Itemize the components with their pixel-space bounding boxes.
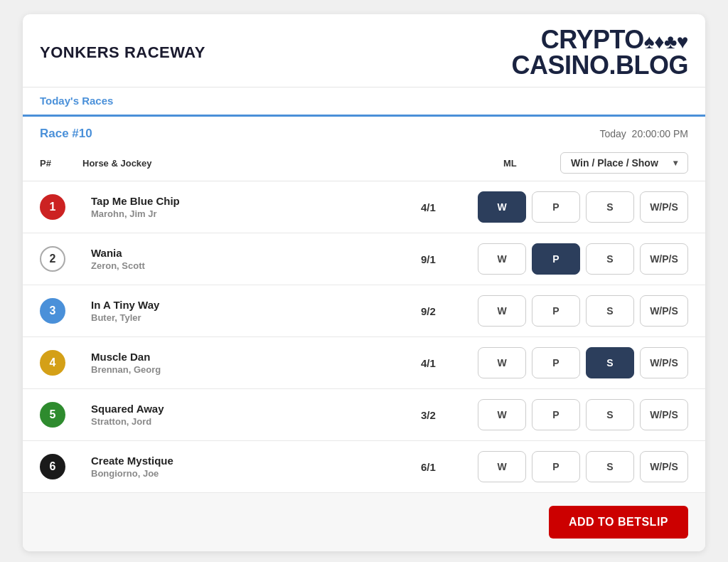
chevron-down-icon: ▾	[673, 158, 678, 168]
bet-type-dropdown[interactable]: Win / Place / Show ▾	[560, 152, 688, 174]
bet-wps-button[interactable]: W/P/S	[640, 295, 688, 327]
table-header: P# Horse & Jockey ML Win / Place / Show …	[23, 147, 705, 181]
header: YONKERS RACEWAY CRYPTO♠♦♣♥ CASINO.BLOG	[23, 14, 705, 88]
col-header-pnum: P#	[40, 158, 82, 169]
race-time: Today 20:00:00 PM	[599, 128, 688, 139]
bet-wps-button[interactable]: W/P/S	[640, 451, 688, 482]
bet-win-button[interactable]: W	[478, 347, 526, 378]
ml-value: 4/1	[421, 357, 478, 369]
logo-area: CRYPTO♠♦♣♥ CASINO.BLOG	[511, 27, 688, 78]
logo-line2: CASINO.BLOG	[511, 53, 688, 78]
bet-show-button[interactable]: S	[586, 347, 634, 378]
bet-wps-button[interactable]: W/P/S	[640, 399, 688, 430]
bet-place-button[interactable]: P	[532, 295, 580, 327]
post-number-cell: 1	[40, 194, 82, 220]
horse-info: Create Mystique Bongiorno, Joe	[82, 455, 421, 479]
bet-buttons-group: W P S W/P/S	[478, 451, 688, 482]
jockey-name: Bongiorno, Joe	[91, 468, 421, 479]
bet-win-button[interactable]: W	[478, 191, 526, 223]
col-bets: Win / Place / Show ▾	[560, 152, 688, 174]
bet-buttons-group: W P S W/P/S	[478, 347, 688, 378]
jockey-name: Marohn, Jim Jr	[91, 208, 421, 219]
post-badge: 6	[40, 454, 65, 479]
ml-value: 3/2	[421, 409, 478, 421]
col-header-horse: Horse & Jockey	[82, 158, 503, 169]
horse-info: In A Tiny Way Buter, Tyler	[82, 299, 421, 323]
horse-name: Squared Away	[91, 403, 421, 415]
logo-suits: ♠♦♣♥	[644, 31, 688, 53]
bet-buttons-group: W P S W/P/S	[478, 295, 688, 327]
add-betslip-button[interactable]: ADD TO BETSLIP	[549, 506, 688, 539]
jockey-name: Buter, Tyler	[91, 312, 421, 323]
table-row: 4 Muscle Dan Brennan, Georg 4/1 W P S W/…	[23, 337, 705, 389]
col-header-ml: ML	[503, 158, 560, 169]
jockey-name: Zeron, Scott	[91, 260, 421, 271]
post-badge: 2	[40, 246, 65, 272]
post-badge: 3	[40, 298, 65, 324]
post-number-cell: 6	[40, 454, 82, 479]
bet-show-button[interactable]: S	[586, 399, 634, 430]
ml-value: 4/1	[421, 201, 478, 213]
table-row: 6 Create Mystique Bongiorno, Joe 6/1 W P…	[23, 441, 705, 493]
bet-show-button[interactable]: S	[586, 191, 634, 223]
horse-name: Create Mystique	[91, 455, 421, 467]
table-row: 1 Tap Me Blue Chip Marohn, Jim Jr 4/1 W …	[23, 181, 705, 233]
bet-wps-button[interactable]: W/P/S	[640, 347, 688, 378]
horse-name: Tap Me Blue Chip	[91, 195, 421, 207]
footer-row: ADD TO BETSLIP	[23, 493, 705, 551]
today-races-link[interactable]: Today's Races	[40, 95, 113, 107]
bet-place-button[interactable]: P	[532, 243, 580, 275]
bet-place-button[interactable]: P	[532, 399, 580, 430]
bet-place-button[interactable]: P	[532, 451, 580, 482]
table-row: 3 In A Tiny Way Buter, Tyler 9/2 W P S W…	[23, 285, 705, 337]
post-number-cell: 4	[40, 350, 82, 376]
horse-info: Wania Zeron, Scott	[82, 247, 421, 271]
bet-type-label: Win / Place / Show	[571, 157, 658, 169]
main-card: YONKERS RACEWAY CRYPTO♠♦♣♥ CASINO.BLOG T…	[23, 14, 705, 551]
bet-wps-button[interactable]: W/P/S	[640, 243, 688, 275]
bet-place-button[interactable]: P	[532, 191, 580, 223]
horse-name: Muscle Dan	[91, 351, 421, 363]
table-row: 5 Squared Away Stratton, Jord 3/2 W P S …	[23, 389, 705, 441]
ml-value: 9/2	[421, 305, 478, 317]
horse-info: Tap Me Blue Chip Marohn, Jim Jr	[82, 195, 421, 219]
logo-line1: CRYPTO	[541, 25, 644, 54]
bet-win-button[interactable]: W	[478, 451, 526, 482]
bet-buttons-group: W P S W/P/S	[478, 399, 688, 430]
jockey-name: Stratton, Jord	[91, 416, 421, 427]
bet-buttons-group: W P S W/P/S	[478, 191, 688, 223]
post-number-cell: 3	[40, 298, 82, 324]
bet-place-button[interactable]: P	[532, 347, 580, 378]
horse-name: Wania	[91, 247, 421, 259]
race-date: Today	[599, 128, 626, 139]
bet-win-button[interactable]: W	[478, 295, 526, 327]
jockey-name: Brennan, Georg	[91, 364, 421, 375]
bet-buttons-group: W P S W/P/S	[478, 243, 688, 275]
bet-show-button[interactable]: S	[586, 451, 634, 482]
bet-show-button[interactable]: S	[586, 243, 634, 275]
ml-value: 6/1	[421, 461, 478, 473]
bet-win-button[interactable]: W	[478, 243, 526, 275]
nav-bar: Today's Races	[23, 88, 705, 117]
table-row: 2 Wania Zeron, Scott 9/1 W P S W/P/S	[23, 233, 705, 285]
ml-value: 9/1	[421, 253, 478, 265]
race-info-row: Race #10 Today 20:00:00 PM	[23, 117, 705, 147]
horses-list: 1 Tap Me Blue Chip Marohn, Jim Jr 4/1 W …	[23, 181, 705, 493]
bet-show-button[interactable]: S	[586, 295, 634, 327]
race-time-value: 20:00:00 PM	[632, 128, 688, 139]
post-number-cell: 5	[40, 402, 82, 428]
bet-win-button[interactable]: W	[478, 399, 526, 430]
logo-text: CRYPTO♠♦♣♥	[541, 27, 688, 53]
post-number-cell: 2	[40, 246, 82, 272]
post-badge: 5	[40, 402, 65, 428]
site-title: YONKERS RACEWAY	[40, 43, 205, 62]
bet-wps-button[interactable]: W/P/S	[640, 191, 688, 223]
race-number: Race #10	[40, 127, 92, 141]
horse-name: In A Tiny Way	[91, 299, 421, 311]
post-badge: 4	[40, 350, 65, 376]
post-badge: 1	[40, 194, 65, 220]
horse-info: Muscle Dan Brennan, Georg	[82, 351, 421, 375]
horse-info: Squared Away Stratton, Jord	[82, 403, 421, 427]
